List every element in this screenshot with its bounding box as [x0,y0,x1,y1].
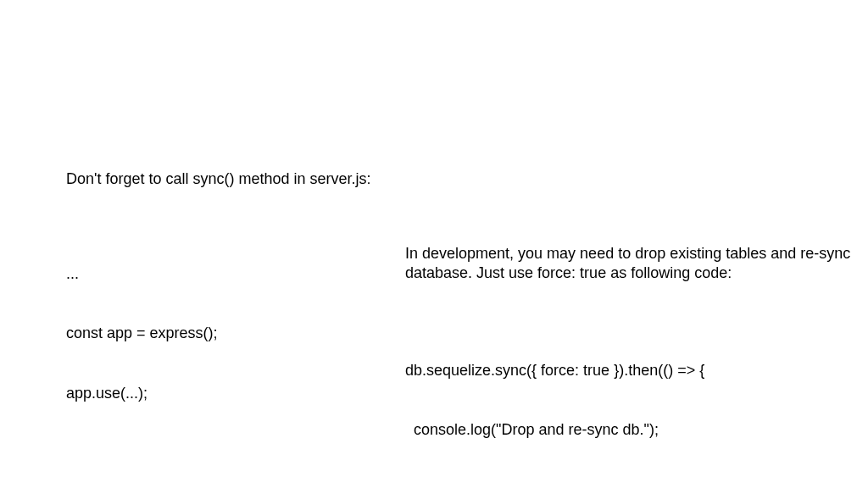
left-code-block: ... const app = express(); app.use(...);… [66,225,405,488]
left-intro-text: Don't forget to call sync() method in se… [66,169,405,189]
right-code-block: db.sequelize.sync({ force: true }).then(… [405,321,854,480]
code-line: ... [66,264,405,284]
code-line: const app = express(); [66,324,405,343]
right-column: In development, you may need to drop exi… [405,244,854,480]
code-line [66,443,405,463]
right-intro-text: In development, you may need to drop exi… [405,244,854,284]
code-line: db.sequelize.sync({ force: true }).then(… [405,361,854,380]
code-line: app.use(...); [66,384,405,403]
code-line: console.log("Drop and re-sync db."); [405,420,854,440]
left-column: Don't forget to call sync() method in se… [66,169,405,488]
